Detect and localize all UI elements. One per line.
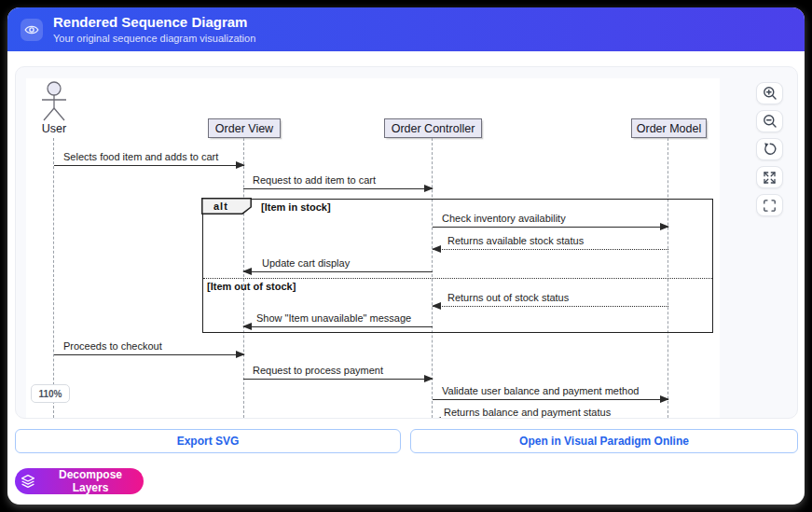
message-8: Proceeds to checkout [54, 339, 244, 355]
message-5: Update cart display [243, 256, 433, 272]
participant-order-controller: Order Controller [384, 118, 482, 138]
decompose-layers-label: Decompose Layers [43, 468, 138, 494]
zoom-out-button[interactable] [756, 110, 783, 132]
participant-order-model: Order Model [631, 118, 707, 138]
message-3: Check inventory availability [433, 212, 668, 228]
layers-icon [21, 474, 35, 489]
zoom-level-badge: 110% [31, 384, 70, 403]
message-6: Returns out of stock status [433, 291, 668, 307]
fit-to-screen-button[interactable] [756, 194, 783, 216]
lifeline-user [53, 138, 54, 418]
decompose-layers-button[interactable]: Decompose Layers [15, 468, 144, 494]
eye-icon [21, 19, 43, 41]
fragment-operator: alt [213, 201, 228, 212]
page-subtitle: Your original sequence diagram visualiza… [53, 32, 255, 45]
message-9: Request to process payment [243, 364, 433, 380]
zoom-in-icon [763, 86, 778, 101]
zoom-out-icon [763, 114, 778, 129]
participant-order-view: Order View [208, 118, 281, 138]
fit-to-screen-icon [763, 199, 777, 213]
message-1: Selects food item and adds to cart [54, 150, 244, 166]
diagram-canvas[interactable]: User Order View Order Controller Order M… [26, 78, 720, 418]
reset-view-button[interactable] [756, 138, 783, 160]
fragment-divider [203, 278, 712, 279]
export-svg-button[interactable]: Export SVG [15, 429, 401, 453]
participant-user: User [34, 122, 75, 135]
actor-icon [40, 81, 68, 122]
message-2: Request to add item to cart [243, 173, 433, 189]
app-window: Rendered Sequence Diagram Your original … [7, 7, 805, 505]
expand-icon [763, 171, 777, 185]
open-visual-paradigm-button[interactable]: Open in Visual Paradigm Online [410, 429, 798, 453]
header: Rendered Sequence Diagram Your original … [7, 7, 805, 51]
page-title: Rendered Sequence Diagram [53, 14, 255, 30]
expand-button[interactable] [756, 166, 783, 188]
zoom-in-button[interactable] [756, 82, 783, 104]
fragment-guard-2: [Item out of stock] [207, 281, 296, 292]
message-7: Show "Item unavailable" message [243, 311, 433, 327]
fragment-guard-1: [Item in stock] [261, 201, 331, 213]
header-text: Rendered Sequence Diagram Your original … [53, 14, 255, 45]
message-10: Validate user balance and payment method [433, 384, 668, 400]
reset-icon [763, 142, 778, 157]
message-11: Returns balance and payment status [433, 406, 668, 418]
message-4: Returns available stock status [433, 234, 668, 250]
